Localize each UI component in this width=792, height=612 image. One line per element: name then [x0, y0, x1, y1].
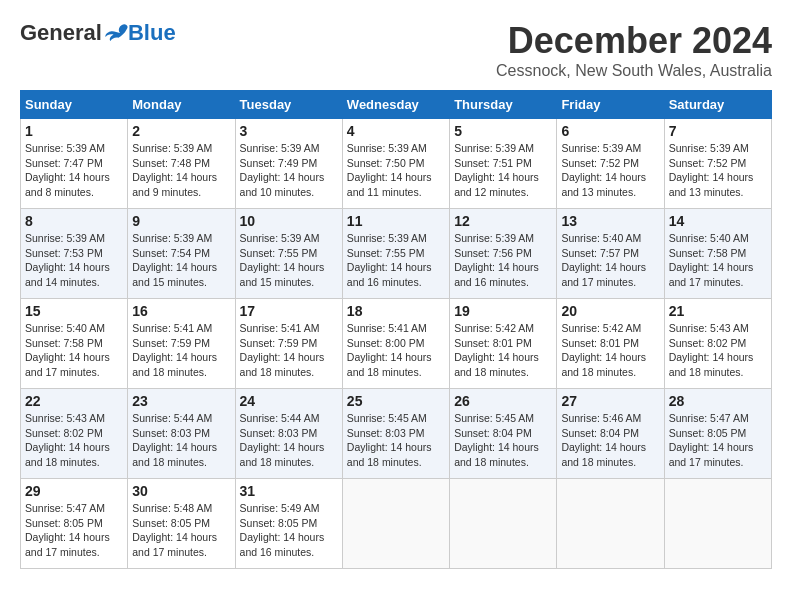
day-detail: Sunrise: 5:39 AMSunset: 7:55 PMDaylight:… — [240, 231, 338, 290]
column-header-saturday: Saturday — [664, 91, 771, 119]
calendar-cell: 12Sunrise: 5:39 AMSunset: 7:56 PMDayligh… — [450, 209, 557, 299]
calendar-cell: 27Sunrise: 5:46 AMSunset: 8:04 PMDayligh… — [557, 389, 664, 479]
calendar-row: 1Sunrise: 5:39 AMSunset: 7:47 PMDaylight… — [21, 119, 772, 209]
calendar-cell: 10Sunrise: 5:39 AMSunset: 7:55 PMDayligh… — [235, 209, 342, 299]
day-number: 25 — [347, 393, 445, 409]
day-number: 19 — [454, 303, 552, 319]
location-text: Cessnock, New South Wales, Australia — [496, 62, 772, 80]
day-detail: Sunrise: 5:41 AMSunset: 7:59 PMDaylight:… — [132, 321, 230, 380]
calendar-cell: 4Sunrise: 5:39 AMSunset: 7:50 PMDaylight… — [342, 119, 449, 209]
day-detail: Sunrise: 5:47 AMSunset: 8:05 PMDaylight:… — [669, 411, 767, 470]
day-detail: Sunrise: 5:42 AMSunset: 8:01 PMDaylight:… — [561, 321, 659, 380]
calendar-cell: 22Sunrise: 5:43 AMSunset: 8:02 PMDayligh… — [21, 389, 128, 479]
day-detail: Sunrise: 5:43 AMSunset: 8:02 PMDaylight:… — [25, 411, 123, 470]
column-header-sunday: Sunday — [21, 91, 128, 119]
day-number: 18 — [347, 303, 445, 319]
day-number: 16 — [132, 303, 230, 319]
calendar-cell: 18Sunrise: 5:41 AMSunset: 8:00 PMDayligh… — [342, 299, 449, 389]
calendar-cell: 20Sunrise: 5:42 AMSunset: 8:01 PMDayligh… — [557, 299, 664, 389]
day-detail: Sunrise: 5:49 AMSunset: 8:05 PMDaylight:… — [240, 501, 338, 560]
day-number: 15 — [25, 303, 123, 319]
calendar-cell: 16Sunrise: 5:41 AMSunset: 7:59 PMDayligh… — [128, 299, 235, 389]
calendar-cell: 1Sunrise: 5:39 AMSunset: 7:47 PMDaylight… — [21, 119, 128, 209]
day-detail: Sunrise: 5:46 AMSunset: 8:04 PMDaylight:… — [561, 411, 659, 470]
day-number: 24 — [240, 393, 338, 409]
day-detail: Sunrise: 5:39 AMSunset: 7:50 PMDaylight:… — [347, 141, 445, 200]
day-number: 31 — [240, 483, 338, 499]
day-detail: Sunrise: 5:41 AMSunset: 8:00 PMDaylight:… — [347, 321, 445, 380]
day-detail: Sunrise: 5:39 AMSunset: 7:47 PMDaylight:… — [25, 141, 123, 200]
day-number: 20 — [561, 303, 659, 319]
day-detail: Sunrise: 5:48 AMSunset: 8:05 PMDaylight:… — [132, 501, 230, 560]
day-number: 10 — [240, 213, 338, 229]
day-detail: Sunrise: 5:39 AMSunset: 7:51 PMDaylight:… — [454, 141, 552, 200]
calendar-cell: 7Sunrise: 5:39 AMSunset: 7:52 PMDaylight… — [664, 119, 771, 209]
calendar-cell: 14Sunrise: 5:40 AMSunset: 7:58 PMDayligh… — [664, 209, 771, 299]
calendar-cell — [664, 479, 771, 569]
day-number: 30 — [132, 483, 230, 499]
calendar-cell: 3Sunrise: 5:39 AMSunset: 7:49 PMDaylight… — [235, 119, 342, 209]
calendar-cell: 28Sunrise: 5:47 AMSunset: 8:05 PMDayligh… — [664, 389, 771, 479]
calendar-cell: 2Sunrise: 5:39 AMSunset: 7:48 PMDaylight… — [128, 119, 235, 209]
calendar-cell — [557, 479, 664, 569]
day-number: 7 — [669, 123, 767, 139]
day-number: 4 — [347, 123, 445, 139]
day-number: 11 — [347, 213, 445, 229]
day-detail: Sunrise: 5:44 AMSunset: 8:03 PMDaylight:… — [132, 411, 230, 470]
day-detail: Sunrise: 5:43 AMSunset: 8:02 PMDaylight:… — [669, 321, 767, 380]
day-number: 29 — [25, 483, 123, 499]
day-detail: Sunrise: 5:39 AMSunset: 7:55 PMDaylight:… — [347, 231, 445, 290]
column-header-monday: Monday — [128, 91, 235, 119]
day-detail: Sunrise: 5:45 AMSunset: 8:03 PMDaylight:… — [347, 411, 445, 470]
calendar-cell: 21Sunrise: 5:43 AMSunset: 8:02 PMDayligh… — [664, 299, 771, 389]
month-title: December 2024 — [496, 20, 772, 62]
logo: General Blue — [20, 20, 176, 46]
day-detail: Sunrise: 5:40 AMSunset: 7:57 PMDaylight:… — [561, 231, 659, 290]
calendar-cell: 29Sunrise: 5:47 AMSunset: 8:05 PMDayligh… — [21, 479, 128, 569]
day-number: 1 — [25, 123, 123, 139]
day-number: 9 — [132, 213, 230, 229]
day-detail: Sunrise: 5:39 AMSunset: 7:52 PMDaylight:… — [561, 141, 659, 200]
day-number: 8 — [25, 213, 123, 229]
calendar-row: 29Sunrise: 5:47 AMSunset: 8:05 PMDayligh… — [21, 479, 772, 569]
calendar-cell: 9Sunrise: 5:39 AMSunset: 7:54 PMDaylight… — [128, 209, 235, 299]
calendar-cell: 5Sunrise: 5:39 AMSunset: 7:51 PMDaylight… — [450, 119, 557, 209]
day-number: 3 — [240, 123, 338, 139]
day-number: 6 — [561, 123, 659, 139]
header: General Blue December 2024 Cessnock, New… — [20, 20, 772, 80]
column-header-thursday: Thursday — [450, 91, 557, 119]
day-number: 27 — [561, 393, 659, 409]
day-detail: Sunrise: 5:39 AMSunset: 7:54 PMDaylight:… — [132, 231, 230, 290]
logo-blue-text: Blue — [128, 20, 176, 46]
day-number: 21 — [669, 303, 767, 319]
calendar-cell: 26Sunrise: 5:45 AMSunset: 8:04 PMDayligh… — [450, 389, 557, 479]
title-area: December 2024 Cessnock, New South Wales,… — [496, 20, 772, 80]
day-detail: Sunrise: 5:47 AMSunset: 8:05 PMDaylight:… — [25, 501, 123, 560]
calendar-cell: 19Sunrise: 5:42 AMSunset: 8:01 PMDayligh… — [450, 299, 557, 389]
calendar-cell: 25Sunrise: 5:45 AMSunset: 8:03 PMDayligh… — [342, 389, 449, 479]
column-header-friday: Friday — [557, 91, 664, 119]
logo-bird-icon — [104, 23, 128, 43]
day-number: 14 — [669, 213, 767, 229]
column-header-wednesday: Wednesday — [342, 91, 449, 119]
day-detail: Sunrise: 5:45 AMSunset: 8:04 PMDaylight:… — [454, 411, 552, 470]
calendar-header-row: SundayMondayTuesdayWednesdayThursdayFrid… — [21, 91, 772, 119]
calendar-cell: 8Sunrise: 5:39 AMSunset: 7:53 PMDaylight… — [21, 209, 128, 299]
day-number: 13 — [561, 213, 659, 229]
day-number: 23 — [132, 393, 230, 409]
day-detail: Sunrise: 5:39 AMSunset: 7:49 PMDaylight:… — [240, 141, 338, 200]
calendar-cell: 31Sunrise: 5:49 AMSunset: 8:05 PMDayligh… — [235, 479, 342, 569]
day-number: 28 — [669, 393, 767, 409]
calendar-row: 15Sunrise: 5:40 AMSunset: 7:58 PMDayligh… — [21, 299, 772, 389]
calendar-cell: 30Sunrise: 5:48 AMSunset: 8:05 PMDayligh… — [128, 479, 235, 569]
day-number: 5 — [454, 123, 552, 139]
calendar-cell: 15Sunrise: 5:40 AMSunset: 7:58 PMDayligh… — [21, 299, 128, 389]
calendar-cell: 6Sunrise: 5:39 AMSunset: 7:52 PMDaylight… — [557, 119, 664, 209]
day-detail: Sunrise: 5:39 AMSunset: 7:52 PMDaylight:… — [669, 141, 767, 200]
day-detail: Sunrise: 5:41 AMSunset: 7:59 PMDaylight:… — [240, 321, 338, 380]
day-number: 22 — [25, 393, 123, 409]
calendar-row: 8Sunrise: 5:39 AMSunset: 7:53 PMDaylight… — [21, 209, 772, 299]
day-detail: Sunrise: 5:44 AMSunset: 8:03 PMDaylight:… — [240, 411, 338, 470]
day-number: 26 — [454, 393, 552, 409]
logo-general-text: General — [20, 20, 102, 46]
